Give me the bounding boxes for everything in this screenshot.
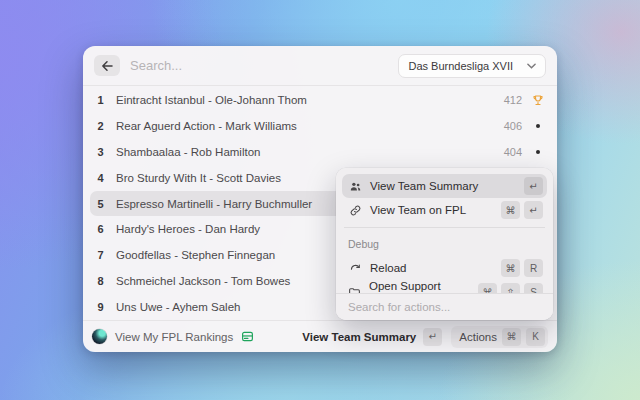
dot-icon: [531, 150, 544, 154]
menu-item-reload[interactable]: Reload ⌘ R: [342, 256, 547, 280]
desktop-background: Search... Das Burndesliga XVII 1 Eintrac…: [0, 0, 640, 400]
menu-item-keys: ⌘ R: [501, 259, 543, 277]
team-title: Goodfellas - Stephen Finnegan: [116, 249, 275, 261]
actions-label: Actions: [459, 331, 497, 343]
rank: 5: [94, 198, 107, 210]
return-key-badge: ↵: [423, 328, 442, 346]
league-dropdown[interactable]: Das Burndesliga XVII: [398, 54, 546, 78]
team-title: Bro Sturdy With It - Scott Davies: [116, 172, 281, 184]
rank: 8: [94, 275, 107, 287]
menu-item-label: View Team Summary: [370, 180, 478, 192]
actions-search-input[interactable]: Search for actions...: [336, 293, 553, 320]
team-title: Espresso Martinelli - Harry Buchmuller: [116, 198, 312, 210]
menu-section-debug: Debug: [342, 233, 547, 256]
rank: 3: [94, 146, 107, 158]
primary-action-label: View Team Summary: [302, 331, 416, 343]
team-title: Uns Uwe - Ayhem Saleh: [116, 301, 240, 313]
list-item[interactable]: 3 Shambaalaa - Rob Hamilton 404: [90, 139, 550, 165]
menu-divider: [344, 227, 545, 228]
menu-item-view-team-on-fpl[interactable]: View Team on FPL ⌘ ↵: [342, 198, 547, 222]
points: 412: [504, 94, 522, 106]
extension-label: View My FPL Rankings: [115, 331, 233, 343]
cmd-key-badge: ⌘: [501, 201, 520, 219]
status-bar: View My FPL Rankings View Team Summary ↵…: [83, 320, 557, 352]
team-icon: [348, 180, 362, 193]
search-header: Search... Das Burndesliga XVII: [83, 46, 557, 86]
chevron-down-icon: [527, 63, 536, 69]
trophy-icon: [531, 94, 544, 106]
list-item[interactable]: 2 Rear Aguerd Action - Mark Williams 406: [90, 113, 550, 139]
actions-menu: View Team Summary ↵ View Team on FPL ⌘ ↵…: [336, 168, 553, 320]
menu-item-label: Reload: [370, 262, 406, 274]
back-button[interactable]: [94, 55, 120, 76]
search-input[interactable]: Search...: [130, 58, 388, 73]
team-title: Eintracht Istanbul - Ole-Johann Thom: [116, 94, 307, 106]
rank: 2: [94, 120, 107, 132]
cmd-key-badge: ⌘: [501, 259, 520, 277]
team-title: Hardy's Heroes - Dan Hardy: [116, 223, 260, 235]
back-arrow-icon: [101, 61, 113, 71]
k-key-badge: K: [526, 328, 545, 346]
extension-icon: [92, 329, 107, 344]
actions-button[interactable]: Actions ⌘ K: [451, 326, 548, 348]
team-title: Schmeichel Jackson - Tom Bowes: [116, 275, 290, 287]
menu-item-keys: ↵: [524, 177, 543, 195]
reload-icon: [348, 262, 362, 275]
points: 406: [504, 120, 522, 132]
league-dropdown-value: Das Burndesliga XVII: [408, 60, 513, 72]
menu-item-label: View Team on FPL: [370, 204, 466, 216]
cmd-key-badge: ⌘: [502, 328, 521, 346]
link-icon: [348, 204, 362, 217]
dot-icon: [531, 124, 544, 128]
return-key-badge: ↵: [524, 201, 543, 219]
list-item[interactable]: 1 Eintracht Istanbul - Ole-Johann Thom 4…: [90, 87, 550, 113]
team-title: Rear Aguerd Action - Mark Williams: [116, 120, 297, 132]
rank: 4: [94, 172, 107, 184]
r-key-badge: R: [524, 259, 543, 277]
extension-info: View My FPL Rankings: [92, 329, 254, 344]
team-title: Shambaalaa - Rob Hamilton: [116, 146, 260, 158]
rank: 1: [94, 94, 107, 106]
rank: 9: [94, 301, 107, 313]
primary-action-button[interactable]: View Team Summary ↵: [302, 328, 442, 346]
fpl-card-icon: [241, 330, 254, 343]
return-key-badge: ↵: [524, 177, 543, 195]
rank: 6: [94, 223, 107, 235]
menu-item-keys: ⌘ ↵: [501, 201, 543, 219]
menu-item-view-team-summary[interactable]: View Team Summary ↵: [342, 174, 547, 198]
points: 404: [504, 146, 522, 158]
footer-actions: View Team Summary ↵ Actions ⌘ K: [302, 326, 548, 348]
actions-menu-body: View Team Summary ↵ View Team on FPL ⌘ ↵…: [336, 168, 553, 304]
rank: 7: [94, 249, 107, 261]
